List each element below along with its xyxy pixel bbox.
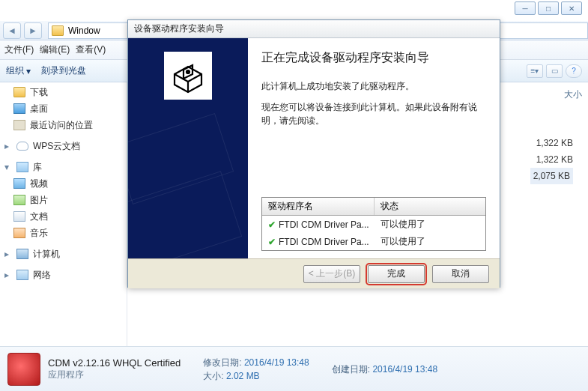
wizard-text-1: 此计算机上成功地安装了此驱动程序。 <box>261 79 486 93</box>
tree-video-label: 视频 <box>30 178 48 190</box>
details-mod-label: 修改日期: <box>203 357 241 368</box>
driver-row: ✔FTDI CDM Driver Pa... 可以使用了 <box>262 216 485 233</box>
tree-video[interactable]: 视频 <box>0 175 127 192</box>
menu-view[interactable]: 查看(V) <box>76 43 106 56</box>
nav-forward-button[interactable]: ► <box>24 22 42 39</box>
folder-icon <box>13 87 25 97</box>
chevron-right-icon: ▸ <box>4 141 12 151</box>
organize-label: 组织 <box>6 64 24 77</box>
col-driver-status[interactable]: 状态 <box>375 198 404 215</box>
driver-row: ✔FTDI CDM Driver Pa... 可以使用了 <box>262 233 485 250</box>
close-button[interactable]: ✕ <box>561 1 582 15</box>
details-size-value: 2.02 MB <box>226 371 260 381</box>
nav-back-button[interactable]: ◄ <box>3 22 21 39</box>
driver-wizard-dialog: 设备驱动程序安装向导 正在完成设备驱动程序安装向导 此计算机上成功地安装了此驱动… <box>127 19 500 288</box>
toolbar-organize[interactable]: 组织▾ <box>6 64 31 77</box>
cancel-button[interactable]: 取消 <box>432 265 489 283</box>
tree-desktop-label: 桌面 <box>30 103 48 115</box>
burn-label: 刻录到光盘 <box>41 64 86 77</box>
tree-wps[interactable]: ▸WPS云文档 <box>0 138 127 154</box>
tree-downloads-label: 下载 <box>30 86 48 99</box>
chevron-right-icon: ▸ <box>4 249 12 259</box>
network-icon <box>16 270 28 280</box>
svg-point-0 <box>187 70 190 73</box>
tree-recent[interactable]: 最近访问的位置 <box>0 117 127 133</box>
tree-pictures[interactable]: 图片 <box>0 192 127 208</box>
address-text: Window <box>68 25 100 36</box>
details-pane: CDM v2.12.16 WHQL Certified 应用程序 修改日期: 2… <box>0 346 588 391</box>
chevron-right-icon: ▸ <box>4 270 12 280</box>
details-size-label: 大小: <box>203 371 223 381</box>
details-created-value: 2016/4/19 13:48 <box>372 364 437 375</box>
chevron-down-icon: ▾ <box>4 162 12 172</box>
tree-network-label: 网络 <box>33 269 51 282</box>
col-driver-name[interactable]: 驱动程序名 <box>262 198 375 215</box>
wizard-titlebar[interactable]: 设备驱动程序安装向导 <box>128 20 500 38</box>
tree-documents[interactable]: 文档 <box>0 208 127 225</box>
back-button: < 上一步(B) <box>303 265 360 283</box>
nav-tree: 下载 桌面 最近访问的位置 ▸WPS云文档 ▾库 视频 图片 文档 音乐 ▸计算… <box>0 82 127 346</box>
tree-wps-label: WPS云文档 <box>33 140 80 153</box>
library-icon <box>16 162 28 172</box>
wizard-logo-icon <box>164 52 212 100</box>
column-size-header[interactable]: 大小 <box>564 88 582 101</box>
driver-name-cell: FTDI CDM Driver Pa... <box>279 237 369 247</box>
tree-music-label: 音乐 <box>30 227 48 240</box>
window-controls: ─ □ ✕ <box>515 1 582 15</box>
minimize-button[interactable]: ─ <box>515 1 536 15</box>
details-created-label: 创建日期: <box>332 364 370 375</box>
wizard-heading: 正在完成设备驱动程序安装向导 <box>261 50 486 66</box>
menu-edit[interactable]: 编辑(E) <box>40 43 70 56</box>
driver-name-cell: FTDI CDM Driver Pa... <box>279 219 369 230</box>
menu-file[interactable]: 文件(F) <box>4 43 34 56</box>
maximize-button[interactable]: □ <box>538 1 559 15</box>
desktop-icon <box>13 103 25 114</box>
details-mod-value: 2016/4/19 13:48 <box>244 357 309 368</box>
help-icon[interactable]: ? <box>566 64 582 78</box>
computer-icon <box>16 249 28 259</box>
details-filetype: 应用程序 <box>48 369 181 381</box>
chevron-down-icon: ▾ <box>26 66 31 76</box>
file-size-value: 1,322 KB <box>530 135 573 151</box>
documents-icon <box>13 211 25 222</box>
tree-computer[interactable]: ▸计算机 <box>0 246 127 262</box>
check-icon: ✔ <box>268 237 276 247</box>
folder-icon <box>52 25 64 36</box>
cloud-icon <box>16 142 28 151</box>
tree-recent-label: 最近访问的位置 <box>30 119 93 132</box>
toolbar-burn[interactable]: 刻录到光盘 <box>41 64 86 77</box>
finish-button[interactable]: 完成 <box>368 265 425 283</box>
app-icon <box>7 353 40 386</box>
preview-pane-icon[interactable]: ▭ <box>546 64 563 78</box>
driver-table: 驱动程序名 状态 ✔FTDI CDM Driver Pa... 可以使用了 ✔F… <box>261 197 486 251</box>
file-size-value: 2,075 KB <box>530 168 573 184</box>
tree-music[interactable]: 音乐 <box>0 225 127 241</box>
check-icon: ✔ <box>268 219 276 230</box>
details-filename: CDM v2.12.16 WHQL Certified <box>48 357 181 369</box>
tree-computer-label: 计算机 <box>33 248 60 261</box>
wizard-text-2: 现在您可以将设备连接到此计算机。如果此设备附有说明，请先阅读。 <box>261 100 486 127</box>
file-size-column: 1,322 KB 1,322 KB 2,075 KB <box>530 135 573 184</box>
view-mode-icon[interactable]: ≡▾ <box>527 64 543 78</box>
driver-status-cell: 可以使用了 <box>381 218 425 231</box>
wizard-footer: < 上一步(B) 完成 取消 <box>128 258 500 288</box>
pictures-icon <box>13 195 25 205</box>
tree-library[interactable]: ▾库 <box>0 159 127 175</box>
driver-table-header: 驱动程序名 状态 <box>262 198 485 216</box>
tree-desktop[interactable]: 桌面 <box>0 100 127 117</box>
tree-downloads[interactable]: 下载 <box>0 84 127 100</box>
video-icon <box>13 178 25 189</box>
driver-status-cell: 可以使用了 <box>381 235 425 248</box>
tree-documents-label: 文档 <box>30 210 48 223</box>
tree-pictures-label: 图片 <box>30 194 48 207</box>
tree-network[interactable]: ▸网络 <box>0 267 127 283</box>
file-size-value: 1,322 KB <box>530 151 573 168</box>
wizard-sidebar-graphic <box>128 38 248 258</box>
tree-library-label: 库 <box>33 161 42 174</box>
music-icon <box>13 228 25 238</box>
recent-icon <box>13 120 25 130</box>
